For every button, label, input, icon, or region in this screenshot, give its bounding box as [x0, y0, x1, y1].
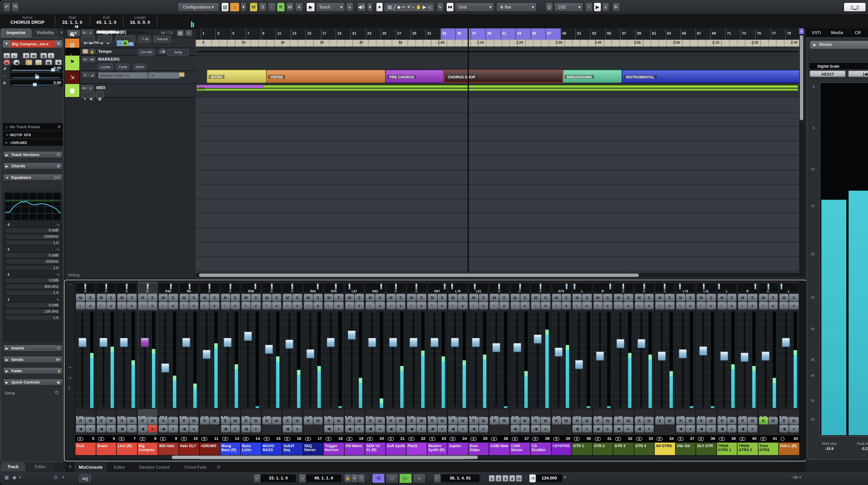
channel-name[interactable]: Trem GTRS [758, 443, 778, 455]
channel-name[interactable]: CS80 Stereo [510, 443, 530, 455]
mute-button[interactable]: M [676, 294, 685, 301]
fader-handle[interactable] [430, 338, 438, 347]
rack-icon[interactable]: ⇿ [68, 366, 71, 370]
arranger-event[interactable]: VERSE [267, 70, 385, 83]
write-button[interactable]: W [789, 417, 798, 424]
pan-control[interactable]: C [138, 283, 157, 293]
write-button[interactable]: W [624, 417, 633, 424]
solo-button[interactable]: S [644, 294, 654, 301]
read-button[interactable]: R [717, 417, 726, 424]
fader-handle[interactable] [471, 338, 480, 347]
fader-area[interactable] [386, 310, 405, 409]
track-lane[interactable] [196, 170, 799, 184]
mute-button[interactable]: M [510, 294, 520, 301]
eq-gain-field[interactable]: 0.0dB [5, 227, 61, 233]
snap-zero-crossing-icon[interactable]: ∿ [436, 2, 444, 12]
markers-locate-button[interactable]: Locate [98, 64, 113, 70]
solo-button[interactable]: s [87, 85, 94, 90]
read-button[interactable]: R [179, 417, 189, 424]
pan-control[interactable]: L67 [345, 283, 364, 293]
mixer-channel-strip[interactable]: C MS Le -1.33-9.8 RW ◀● 32 GTR 3 [613, 282, 634, 455]
info-start[interactable]: Start33. 1. 1. 0 [55, 14, 90, 28]
solo-button[interactable]: S [313, 294, 322, 301]
listen-button[interactable]: L [138, 302, 147, 309]
tempo-spinner-icon[interactable]: ⇅ [563, 475, 566, 479]
mute-button[interactable]: M [221, 294, 230, 301]
mute-all-button[interactable]: M [249, 2, 258, 12]
read-button[interactable]: R [738, 417, 747, 424]
mixer-channel-strip[interactable]: C MS Le 0.00-13.2 RW ◀● 13 Moog Bass (R) [220, 282, 241, 455]
tempo-value-field[interactable]: 124.000 [138, 49, 155, 56]
fader-handle[interactable] [595, 351, 604, 361]
zoom-preset-icon[interactable]: ▼ [799, 28, 804, 34]
pan-control[interactable]: C [221, 283, 240, 293]
record-arm-button[interactable]: ● [86, 425, 95, 432]
pan-control[interactable]: L [717, 283, 736, 293]
record-arm-button[interactable]: ● [789, 425, 798, 432]
track-lane[interactable] [196, 98, 799, 112]
fader-handle[interactable] [575, 360, 583, 369]
pan-control[interactable]: C [200, 283, 219, 293]
tab-inspector[interactable]: Inspector [1, 28, 32, 37]
pan-control[interactable]: R61 [304, 283, 322, 293]
read-all-button[interactable]: R [277, 2, 285, 12]
edit-channel-button[interactable]: e [500, 302, 509, 309]
solo-button[interactable]: S [293, 294, 302, 301]
track-lane[interactable] [196, 112, 799, 126]
edit-channel-button[interactable]: e [665, 302, 674, 309]
channel-name[interactable]: >DRUMS [199, 443, 220, 455]
read-button[interactable]: R [283, 417, 292, 424]
fader-handle[interactable] [720, 351, 728, 361]
channel-name[interactable]: 808 Hats [158, 443, 178, 455]
right-zone-tab[interactable]: VSTi [806, 28, 827, 37]
output-routing-row[interactable]: ⇤>DRUMS [3, 139, 63, 146]
mute-button[interactable]: M [448, 294, 458, 301]
arranger-lane[interactable]: INTROVERSEPRE CHORUSCHORUS DROPBREAKDOWN… [196, 69, 799, 83]
listen-button[interactable]: L [200, 302, 209, 309]
read-button[interactable]: R [676, 417, 685, 424]
edit-channel-button[interactable]: e [272, 302, 281, 309]
marker-1-button[interactable]: 1 [489, 475, 495, 482]
channel-name[interactable]: CS Doubler [530, 443, 551, 455]
fader-area[interactable] [76, 310, 95, 409]
channel-name[interactable]: Snare [96, 443, 116, 455]
monitor-button[interactable]: ◀ [179, 425, 189, 432]
mute-button[interactable]: M [593, 294, 602, 301]
channel-name[interactable]: GTR 4 [634, 443, 654, 455]
right-zone-tab[interactable]: CR [847, 28, 868, 37]
pan-control[interactable]: C [759, 283, 778, 293]
solo-button[interactable]: S [127, 294, 136, 301]
solo-button[interactable]: S [603, 294, 612, 301]
meter-reset-icon[interactable]: |◀◀ [848, 70, 868, 77]
record-arm-button[interactable]: ● [334, 425, 343, 432]
read-button[interactable]: R [117, 417, 127, 424]
monitor-button[interactable]: ◀ [696, 425, 706, 432]
pan-control[interactable]: C [97, 283, 116, 293]
write-all-button[interactable]: W [286, 2, 294, 12]
pan-control[interactable]: R36 [159, 283, 178, 293]
channel-name[interactable]: Bass Licks [241, 443, 261, 455]
write-button[interactable]: W [541, 417, 550, 424]
fader-area[interactable] [614, 310, 633, 409]
solo-button[interactable]: S [210, 294, 219, 301]
record-arm-button[interactable]: ● [582, 425, 591, 432]
fader-handle[interactable] [140, 338, 149, 347]
mixer-channel-strip[interactable]: L MS Le -17.2-oo RW ◀● 30 GTR 1 [572, 282, 593, 455]
fader-handle[interactable] [265, 345, 273, 354]
track-row[interactable]: ☰17 ms SEQ Stereo RW e∞ -□-◈⊡ -7.48 Volu… [65, 28, 196, 29]
write-button[interactable]: W [520, 417, 529, 424]
monitor-button[interactable]: ◀ [717, 425, 726, 432]
mute-button[interactable]: M [696, 294, 706, 301]
track-lane[interactable] [196, 257, 799, 271]
mute-button[interactable]: M [304, 294, 313, 301]
mixer-channel-strip[interactable]: R29 MS Le 0.00-oo RW ◀● 18 Trigger Horiz… [323, 282, 344, 455]
write-button[interactable]: W [148, 417, 157, 424]
record-arm-button[interactable]: ● [458, 425, 467, 432]
read-button[interactable]: R [655, 417, 664, 424]
channel-name[interactable]: CS80 New [489, 443, 509, 455]
listen-button[interactable]: L [614, 302, 623, 309]
mixer-channel-strip[interactable]: L MS Le 0.00-6.2 RW ◀● 43 Ooh L (R) [779, 282, 800, 455]
arranger-mode-icon[interactable]: ⊿ [89, 72, 95, 77]
fader-area[interactable] [366, 310, 384, 409]
fader-handle[interactable] [699, 346, 707, 356]
